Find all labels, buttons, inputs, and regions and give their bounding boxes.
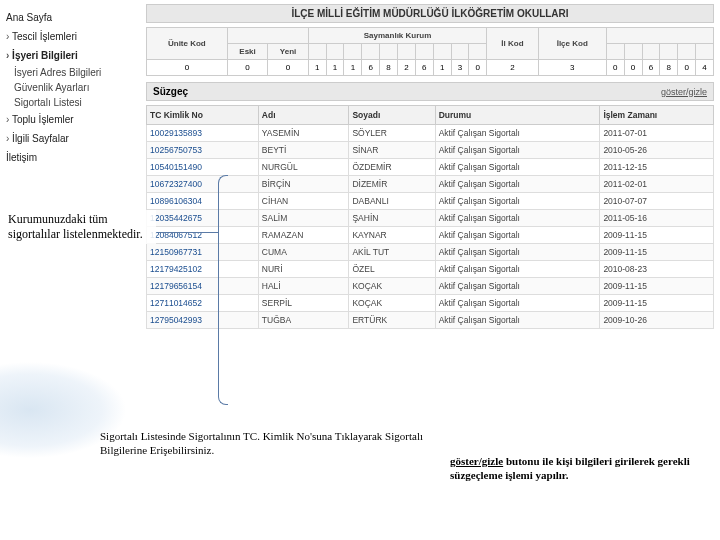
cell: SALİM <box>258 210 349 227</box>
cell: CUMA <box>258 244 349 261</box>
bracket-connector <box>158 232 218 233</box>
bracket-left <box>218 175 228 405</box>
cell-tc-link[interactable]: 12035442675 <box>147 210 259 227</box>
cell: BİRÇİN <box>258 176 349 193</box>
table-row: 12179425102NURİÖZELAktif Çalışan Sigorta… <box>147 261 714 278</box>
header-table: Ünite Kod Saymanlık Kurum İl Kod İlçe Ko… <box>146 27 714 76</box>
col-durumu[interactable]: Durumu <box>435 106 600 125</box>
sidebar-home[interactable]: Ana Sayfa <box>4 8 136 27</box>
hdr-saymanlik: Saymanlık Kurum <box>308 28 486 44</box>
cell-tc-link[interactable]: 12795042993 <box>147 312 259 329</box>
table-row: 10540151490NURGÜLÖZDEMİRAktif Çalışan Si… <box>147 159 714 176</box>
cell: BEYTİ <box>258 142 349 159</box>
table-row: 10256750753BEYTİSİNARAktif Çalışan Sigor… <box>147 142 714 159</box>
cell: SİNAR <box>349 142 435 159</box>
sidebar-section-ilgili[interactable]: İlgili Sayfalar <box>4 129 136 148</box>
cell: TUĞBA <box>258 312 349 329</box>
cell: 2009-11-15 <box>600 227 714 244</box>
callout-left: Kurumunuzdaki tüm sigortalılar listelenm… <box>6 210 156 244</box>
col-adi[interactable]: Adı <box>258 106 349 125</box>
cell-tc-link[interactable]: 10540151490 <box>147 159 259 176</box>
cell: Aktif Çalışan Sigortalı <box>435 210 600 227</box>
cell: CİHAN <box>258 193 349 210</box>
hdr-blank <box>227 28 308 44</box>
filter-toggle-link[interactable]: göster/gizle <box>661 87 707 97</box>
cell: 2010-05-26 <box>600 142 714 159</box>
col-tc[interactable]: TC Kimlik No <box>147 106 259 125</box>
table-row: 10672327400BİRÇİNDİZEMİRAktif Çalışan Si… <box>147 176 714 193</box>
table-row: 12084067512RAMAZANKAYNARAktif Çalışan Si… <box>147 227 714 244</box>
cell: 2010-08-23 <box>600 261 714 278</box>
cell: KOÇAK <box>349 278 435 295</box>
header-row-values: 0 0 0 1 1 1 6 8 2 6 1 3 0 2 3 0 0 6 8 0 <box>147 60 714 76</box>
cell: ŞAHİN <box>349 210 435 227</box>
cell: Aktif Çalışan Sigortalı <box>435 227 600 244</box>
cell-tc-link[interactable]: 10256750753 <box>147 142 259 159</box>
hdr-il-kod: İl Kod <box>487 28 538 60</box>
filter-label: Süzgeç <box>153 86 188 97</box>
cell-tc-link[interactable]: 12084067512 <box>147 227 259 244</box>
callout-bottom: Sigortalı Listesinde Sigortalının TC. Ki… <box>100 430 440 458</box>
cell: Aktif Çalışan Sigortalı <box>435 142 600 159</box>
hdr-eski: Eski <box>227 44 268 60</box>
table-row: 12150967731CUMAAKİL TUTAktif Çalışan Sig… <box>147 244 714 261</box>
callout-right-underline: göster/gizle <box>450 455 503 467</box>
cell-tc-link[interactable]: 12179425102 <box>147 261 259 278</box>
cell: DABANLI <box>349 193 435 210</box>
sidebar-section-tescil[interactable]: Tescil İşlemleri <box>4 27 136 46</box>
cell: Aktif Çalışan Sigortalı <box>435 176 600 193</box>
cell: Aktif Çalışan Sigortalı <box>435 278 600 295</box>
cell: Aktif Çalışan Sigortalı <box>435 312 600 329</box>
table-row: 10896106304CİHANDABANLIAktif Çalışan Sig… <box>147 193 714 210</box>
cell: 2011-12-15 <box>600 159 714 176</box>
table-row: 10029135893YASEMİNSÖYLERAktif Çalışan Si… <box>147 125 714 142</box>
cell: HALİ <box>258 278 349 295</box>
cell: 2011-07-01 <box>600 125 714 142</box>
col-soyadi[interactable]: Soyadı <box>349 106 435 125</box>
sidebar-sub-adres[interactable]: İsyeri Adres Bilgileri <box>14 65 136 80</box>
cell-tc-link[interactable]: 12711014652 <box>147 295 259 312</box>
hdr-unite-kod: Ünite Kod <box>147 28 228 60</box>
cell: 2011-05-16 <box>600 210 714 227</box>
cell: Aktif Çalışan Sigortalı <box>435 159 600 176</box>
sidebar-sub-guvenlik[interactable]: Güvenlik Ayarları <box>14 80 136 95</box>
cell-tc-link[interactable]: 12179656154 <box>147 278 259 295</box>
callout-right: göster/gizle butonu ile kişi bilgileri g… <box>450 455 710 483</box>
cell: ÖZDEMİR <box>349 159 435 176</box>
cell: SÖYLER <box>349 125 435 142</box>
sidebar: Ana Sayfa Tescil İşlemleri İşyeri Bilgil… <box>0 0 140 333</box>
sidebar-sub-sigortali-listesi[interactable]: Sigortalı Listesi <box>14 95 136 110</box>
cell-tc-link[interactable]: 10896106304 <box>147 193 259 210</box>
sidebar-iletisim[interactable]: İletişim <box>4 148 136 167</box>
cell-tc-link[interactable]: 12150967731 <box>147 244 259 261</box>
cell: YASEMİN <box>258 125 349 142</box>
cell: 2010-07-07 <box>600 193 714 210</box>
cell: 2009-11-15 <box>600 278 714 295</box>
cell: ERTÜRK <box>349 312 435 329</box>
cell: Aktif Çalışan Sigortalı <box>435 295 600 312</box>
table-row: 12035442675SALİMŞAHİNAktif Çalışan Sigor… <box>147 210 714 227</box>
cell: 2009-11-15 <box>600 295 714 312</box>
cell: SERPİL <box>258 295 349 312</box>
hdr-tail <box>606 28 713 44</box>
cell: Aktif Çalışan Sigortalı <box>435 125 600 142</box>
cell: NURİ <box>258 261 349 278</box>
cell: 2009-10-26 <box>600 312 714 329</box>
cell: KAYNAR <box>349 227 435 244</box>
cell: RAMAZAN <box>258 227 349 244</box>
cell: KOÇAK <box>349 295 435 312</box>
hdr-ilce-kod: İlçe Kod <box>538 28 606 60</box>
cell-tc-link[interactable]: 10029135893 <box>147 125 259 142</box>
cell: 2009-11-15 <box>600 244 714 261</box>
insured-table: TC Kimlik No Adı Soyadı Durumu İşlem Zam… <box>146 105 714 329</box>
col-islem-zamani[interactable]: İşlem Zamanı <box>600 106 714 125</box>
filter-bar: Süzgeç göster/gizle <box>146 82 714 101</box>
table-row: 12711014652SERPİLKOÇAKAktif Çalışan Sigo… <box>147 295 714 312</box>
sidebar-section-isyeri[interactable]: İşyeri Bilgileri <box>4 46 136 65</box>
cell: 2011-02-01 <box>600 176 714 193</box>
hdr-yeni: Yeni <box>268 44 309 60</box>
cell-tc-link[interactable]: 10672327400 <box>147 176 259 193</box>
cell: DİZEMİR <box>349 176 435 193</box>
cell: ÖZEL <box>349 261 435 278</box>
sidebar-section-toplu[interactable]: Toplu İşlemler <box>4 110 136 129</box>
